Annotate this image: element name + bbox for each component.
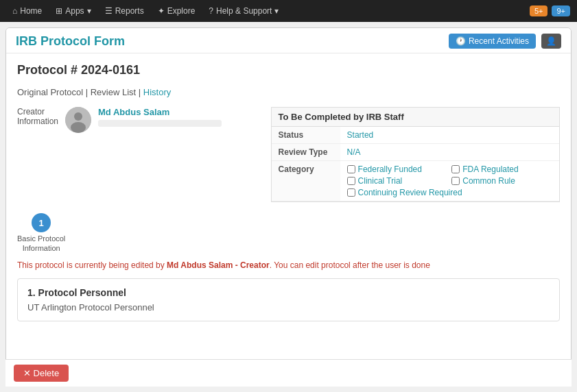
creator-name: Md Abdus Salam <box>98 107 222 117</box>
nav-reports[interactable]: ☰ Reports <box>99 3 150 19</box>
nav-apps[interactable]: ⊞ Apps ▾ <box>50 3 96 19</box>
status-label: Status <box>272 127 340 144</box>
category-row: Category Federally Funded FDA Regulated <box>272 161 559 201</box>
help-icon: ? <box>209 6 213 16</box>
category-federally-funded: Federally Funded <box>347 164 448 174</box>
reports-icon: ☰ <box>105 6 113 16</box>
page-title: IRB Protocol Form <box>16 34 125 49</box>
status-value: Started <box>347 130 374 140</box>
irb-staff-table: Status Started Review Type N/A Category <box>272 127 559 201</box>
warning-user: Md Abdus Salam - Creator <box>167 260 270 270</box>
apps-chevron-icon: ▾ <box>87 6 91 16</box>
irb-staff-title: To Be Completed by IRB Staff <box>272 108 559 127</box>
section-title: 1. Protocol Personnel <box>27 287 550 298</box>
info-row: CreatorInformation Md Abdus Salam To Be … <box>17 107 560 202</box>
federally-funded-label[interactable]: Federally Funded <box>358 164 422 174</box>
top-navigation: ⌂ Home ⊞ Apps ▾ ☰ Reports ✦ Explore ? He… <box>0 0 577 22</box>
category-common-rule: Common Rule <box>451 176 552 186</box>
user-menu-button[interactable]: 👤 <box>541 34 561 49</box>
nav-right: 5+ 9+ <box>530 5 570 16</box>
protocol-links: Original Protocol | Review List | Histor… <box>17 87 560 97</box>
federally-funded-checkbox[interactable] <box>347 165 355 173</box>
nav-help[interactable]: ? Help & Support ▾ <box>203 3 284 19</box>
home-icon: ⌂ <box>12 6 17 16</box>
messages-badge[interactable]: 9+ <box>552 5 570 16</box>
history-link[interactable]: History <box>143 87 171 97</box>
step-label-1: Basic ProtocolInformation <box>17 234 65 254</box>
review-type-row: Review Type N/A <box>272 144 559 161</box>
user-icon: 👤 <box>546 36 556 46</box>
content-header: IRB Protocol Form 🕐 Recent Activities 👤 <box>6 28 571 53</box>
fda-regulated-label[interactable]: FDA Regulated <box>462 164 518 174</box>
apps-icon: ⊞ <box>56 6 62 16</box>
review-list-link[interactable]: Review List <box>91 87 136 97</box>
fda-regulated-checkbox[interactable] <box>451 165 460 173</box>
status-row: Status Started <box>272 127 559 144</box>
common-rule-checkbox[interactable] <box>451 177 460 185</box>
clock-icon: 🕐 <box>456 36 466 46</box>
step-1[interactable]: 1 Basic ProtocolInformation <box>17 213 65 254</box>
clinical-trial-label[interactable]: Clinical Trial <box>358 176 403 186</box>
main-container: IRB Protocol Form 🕐 Recent Activities 👤 … <box>5 27 572 387</box>
creator-box: CreatorInformation Md Abdus Salam <box>17 107 257 202</box>
footer-bar: ✕ Delete <box>5 359 572 387</box>
content-body: Protocol # 2024-0161 Original Protocol |… <box>6 53 571 386</box>
category-clinical-trial: Clinical Trial <box>347 176 448 186</box>
section-box: 1. Protocol Personnel UT Arlington Proto… <box>17 278 560 321</box>
notifications-badge[interactable]: 5+ <box>530 5 548 16</box>
original-protocol-link[interactable]: Original Protocol <box>17 87 83 97</box>
category-label: Category <box>272 161 340 201</box>
step-area: 1 Basic ProtocolInformation <box>17 213 560 254</box>
irb-staff-box: To Be Completed by IRB Staff Status Star… <box>271 107 560 202</box>
delete-button[interactable]: ✕ Delete <box>14 365 69 382</box>
recent-activities-button[interactable]: 🕐 Recent Activities <box>449 34 536 49</box>
category-grid: Federally Funded FDA Regulated Clinical … <box>347 164 552 197</box>
help-chevron-icon: ▾ <box>274 6 279 16</box>
creator-subtext <box>98 120 222 127</box>
continuing-review-label[interactable]: Continuing Review Required <box>358 188 462 197</box>
nav-home[interactable]: ⌂ Home <box>7 3 47 19</box>
review-type-label: Review Type <box>272 144 340 161</box>
step-circle-1: 1 <box>32 213 51 232</box>
section-sub: UT Arlington Protocol Personnel <box>27 302 550 313</box>
creator-label: CreatorInformation <box>17 107 58 126</box>
svg-point-2 <box>71 122 86 133</box>
protocol-number: Protocol # 2024-0161 <box>17 63 560 77</box>
category-continuing-review: Continuing Review Required <box>347 188 552 197</box>
avatar <box>65 107 91 133</box>
common-rule-label[interactable]: Common Rule <box>462 176 515 186</box>
nav-explore[interactable]: ✦ Explore <box>152 3 201 19</box>
review-type-value: N/A <box>347 147 361 157</box>
creator-details: Md Abdus Salam <box>98 107 222 127</box>
edit-warning: This protocol is currently being edited … <box>17 260 560 270</box>
nav-left: ⌂ Home ⊞ Apps ▾ ☰ Reports ✦ Explore ? He… <box>7 3 284 19</box>
explore-icon: ✦ <box>158 6 165 16</box>
clinical-trial-checkbox[interactable] <box>347 177 355 185</box>
category-fda-regulated: FDA Regulated <box>451 164 552 174</box>
svg-point-1 <box>74 112 82 121</box>
continuing-review-checkbox[interactable] <box>347 188 355 197</box>
